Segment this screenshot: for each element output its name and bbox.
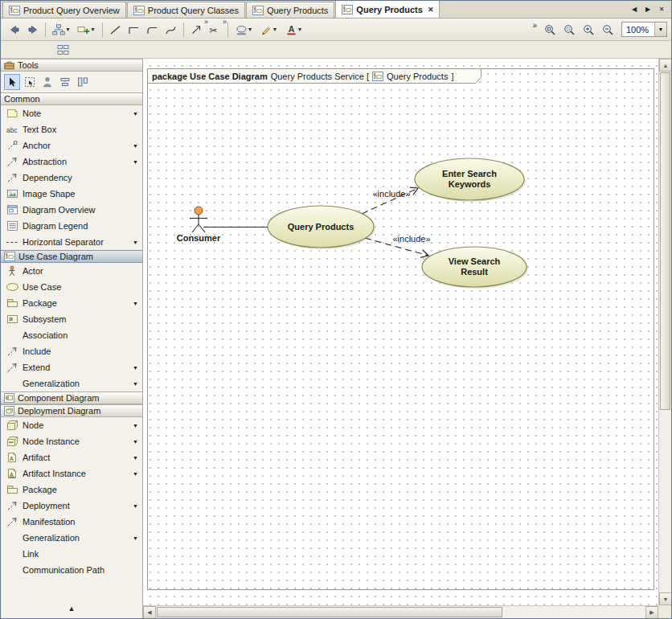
- close-icon[interactable]: ✕: [428, 6, 434, 14]
- palette-item-extend[interactable]: Extend▼: [1, 359, 142, 375]
- svg-text:A: A: [10, 456, 14, 461]
- horizontal-scroll-thumb[interactable]: [157, 607, 502, 617]
- zoom-region-button[interactable]: [560, 21, 579, 39]
- vertical-scrollbar[interactable]: ▲ ▼: [658, 59, 671, 605]
- palette-section-title: Use Case Diagram: [18, 252, 93, 261]
- palette-item-subsystem[interactable]: Subsystem: [1, 311, 142, 327]
- palette-item-label: Note: [23, 109, 128, 118]
- legend-icon: [5, 220, 19, 232]
- usecase-enter-search-keywords[interactable]: Enter Search Keywords: [415, 158, 526, 202]
- palette-item-diagram-overview[interactable]: Diagram Overview: [1, 202, 142, 218]
- quick-link-button[interactable]: »: [187, 21, 206, 39]
- overflow-chevron[interactable]: »: [223, 18, 227, 26]
- chevron-down-icon[interactable]: ▼: [131, 301, 140, 306]
- palette-scroll-up[interactable]: ▲: [1, 605, 142, 613]
- palette-item-node[interactable]: Node▼: [1, 417, 142, 433]
- palette-item-actor[interactable]: Actor: [1, 263, 142, 279]
- sticky-tool[interactable]: [39, 74, 55, 90]
- palette-item-include[interactable]: Include: [1, 343, 142, 359]
- oblique-path-button[interactable]: [106, 21, 125, 39]
- palette-item-node-instance[interactable]: Node Instance▼: [1, 433, 142, 449]
- tab-scroll-left-button[interactable]: ◀: [629, 4, 640, 15]
- chevron-down-icon[interactable]: ▼: [131, 455, 140, 461]
- tab-scroll-right-button[interactable]: ▶: [642, 4, 654, 15]
- palette-item-diagram-legend[interactable]: Diagram Legend: [1, 218, 142, 234]
- horizontal-scrollbar[interactable]: ◀ ▶: [143, 605, 658, 618]
- palette-item-note[interactable]: Note▼: [1, 105, 142, 121]
- add-shape-dropdown[interactable]: ▼: [74, 21, 99, 39]
- palette-item-generalization[interactable]: Generalization▼: [1, 530, 142, 546]
- chevron-down-icon[interactable]: ▼: [654, 23, 666, 36]
- palette-item-label: Text Box: [23, 125, 128, 134]
- palette-item-communication-path[interactable]: Communication Path: [1, 562, 142, 578]
- chevron-down-icon[interactable]: ▼: [131, 111, 140, 117]
- tab-close-button[interactable]: ✕: [656, 4, 667, 15]
- chevron-down-icon[interactable]: ▼: [131, 423, 140, 428]
- toolbar-overflow-chevron[interactable]: »: [532, 21, 537, 30]
- palette-section-tools[interactable]: Tools: [1, 59, 142, 72]
- tab-product-query-overview[interactable]: Product Query Overview: [2, 2, 126, 18]
- scroll-down-button[interactable]: ▼: [659, 592, 672, 605]
- align-tool[interactable]: [57, 74, 73, 90]
- bezier-path-button[interactable]: [162, 21, 180, 39]
- palette-item-generalization[interactable]: Generalization▼: [1, 375, 142, 391]
- palette-item-dependency[interactable]: Dependency: [1, 170, 142, 186]
- scroll-right-button[interactable]: ▶: [645, 606, 658, 619]
- palette-item-artifact[interactable]: AArtifact▼: [1, 449, 142, 465]
- vertical-scroll-thumb[interactable]: [660, 72, 670, 410]
- palette-item-abstraction[interactable]: Abstraction▼: [1, 154, 142, 170]
- palette-item-horizontal-separator[interactable]: Horizontal Separator▼: [1, 234, 142, 250]
- palette-item-association[interactable]: Association: [1, 327, 142, 343]
- palette-item-artifact-instance[interactable]: AArtifact Instance▼: [1, 465, 142, 482]
- palette-item-link[interactable]: Link: [1, 546, 142, 562]
- line-color-dropdown[interactable]: ▼: [256, 21, 281, 39]
- rectilinear-path-button[interactable]: [125, 21, 143, 39]
- chevron-down-icon[interactable]: ▼: [131, 159, 140, 165]
- scroll-up-button[interactable]: ▲: [659, 59, 672, 72]
- containment-button[interactable]: [54, 41, 72, 59]
- font-color-dropdown[interactable]: A▼: [281, 21, 306, 39]
- palette-section-use-case-diagram[interactable]: Use Case Diagram: [1, 250, 142, 263]
- zoom-level-combo[interactable]: 100% ▼: [621, 22, 667, 37]
- cutter-button[interactable]: ✂»: [206, 21, 224, 39]
- zoom-in-button[interactable]: [580, 21, 598, 39]
- actor-label: Consumer: [177, 233, 221, 243]
- palette-item-use-case[interactable]: Use Case: [1, 279, 142, 295]
- palette-section-deployment-diagram[interactable]: Deployment Diagram: [1, 404, 142, 417]
- zoom-out-button[interactable]: [599, 21, 617, 39]
- palette-section-common[interactable]: Common: [1, 92, 142, 105]
- chevron-down-icon[interactable]: ▼: [131, 471, 140, 477]
- palette-item-manifestation[interactable]: Manifestation: [1, 514, 142, 530]
- fit-in-window-button[interactable]: [541, 21, 559, 39]
- chevron-down-icon[interactable]: ▼: [131, 535, 140, 541]
- marquee-tool[interactable]: [22, 74, 38, 90]
- fill-color-dropdown[interactable]: ▼: [232, 21, 256, 39]
- forward-button[interactable]: [23, 21, 42, 39]
- chevron-down-icon[interactable]: ▼: [131, 503, 140, 509]
- chevron-down-icon[interactable]: ▼: [131, 240, 140, 245]
- tab-query-products[interactable]: Query Products: [246, 2, 334, 18]
- canvas-view[interactable]: «include» «include» Consumer: [143, 59, 658, 605]
- back-button[interactable]: [5, 21, 23, 39]
- rounded-path-button[interactable]: [143, 21, 162, 39]
- related-elements-dropdown[interactable]: ▼: [49, 21, 74, 39]
- zoom-toolbar: » 100% ▼: [532, 21, 667, 39]
- palette-item-text-box[interactable]: abcText Box: [1, 121, 142, 137]
- chevron-down-icon[interactable]: ▼: [131, 381, 140, 387]
- layout-tool[interactable]: [75, 74, 91, 90]
- selection-tool[interactable]: [4, 74, 20, 90]
- palette-section-component-diagram[interactable]: Component Diagram: [1, 391, 142, 404]
- deployment-diagram-icon: [4, 406, 14, 416]
- chevron-down-icon[interactable]: ▼: [131, 365, 140, 371]
- tab-query-products[interactable]: Query Products✕: [335, 0, 440, 18]
- palette-item-label: Actor: [23, 266, 128, 276]
- palette-item-package[interactable]: Package: [1, 482, 142, 498]
- chevron-down-icon[interactable]: ▼: [131, 143, 140, 149]
- tab-product-query-classes[interactable]: Product Query Classes: [127, 2, 245, 18]
- palette-item-image-shape[interactable]: Image Shape: [1, 186, 142, 202]
- palette-item-deployment[interactable]: Deployment▼: [1, 498, 142, 514]
- palette-item-package[interactable]: Package▼: [1, 295, 142, 311]
- chevron-down-icon[interactable]: ▼: [131, 439, 140, 445]
- scroll-left-button[interactable]: ◀: [143, 606, 156, 619]
- palette-item-anchor[interactable]: Anchor▼: [1, 137, 142, 154]
